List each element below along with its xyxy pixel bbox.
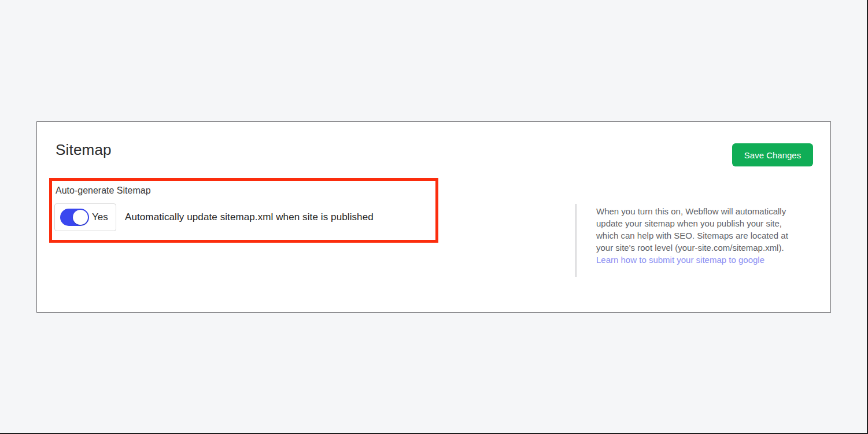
help-text-body: When you turn this on, Webflow will auto…: [596, 206, 788, 253]
help-divider: [575, 204, 577, 277]
setting-description: Automatically update sitemap.xml when si…: [125, 203, 374, 231]
page: Sitemap Save Changes Auto-generate Sitem…: [0, 0, 868, 434]
toggle-switch[interactable]: [60, 209, 89, 226]
save-changes-button[interactable]: Save Changes: [732, 143, 813, 166]
sitemap-settings-card: Sitemap Save Changes Auto-generate Sitem…: [36, 121, 831, 313]
sitemap-help-link[interactable]: Learn how to submit your sitemap to goog…: [596, 255, 764, 265]
toggle-knob[interactable]: [73, 210, 88, 225]
auto-generate-sitemap-toggle[interactable]: Yes: [54, 203, 116, 231]
page-title: Sitemap: [56, 141, 112, 159]
toggle-state-label: Yes: [92, 212, 108, 223]
auto-generate-sitemap-label: Auto-generate Sitemap: [56, 186, 151, 196]
help-text: When you turn this on, Webflow will auto…: [596, 205, 801, 266]
